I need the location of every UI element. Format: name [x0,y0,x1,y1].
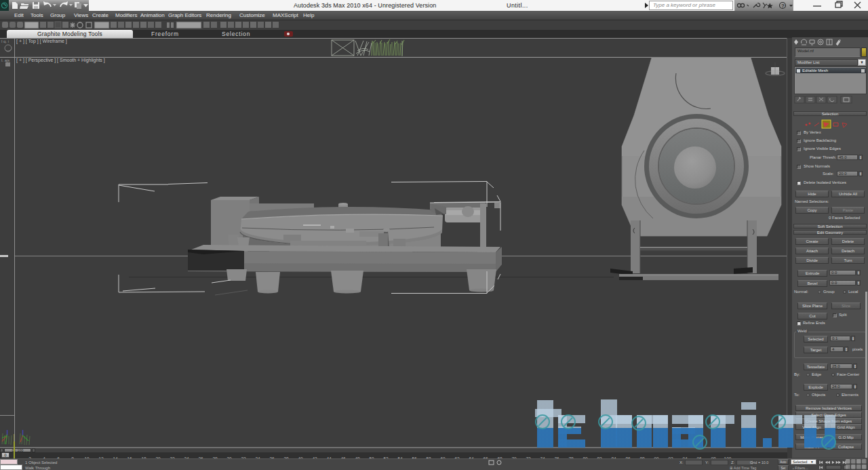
svg-text:[ + ] [ Perspective ] [ Smooth: [ + ] [ Perspective ] [ Smooth + Highlig… [16,58,105,63]
svg-text:l. ajs: l. ajs [1,58,9,62]
svg-text:l q. i: l q. i [1,39,9,43]
svg-text:?: ? [781,3,785,9]
svg-text:[ + ] [ Top ] [ Wireframe ]: [ + ] [ Top ] [ Wireframe ] [16,39,67,44]
